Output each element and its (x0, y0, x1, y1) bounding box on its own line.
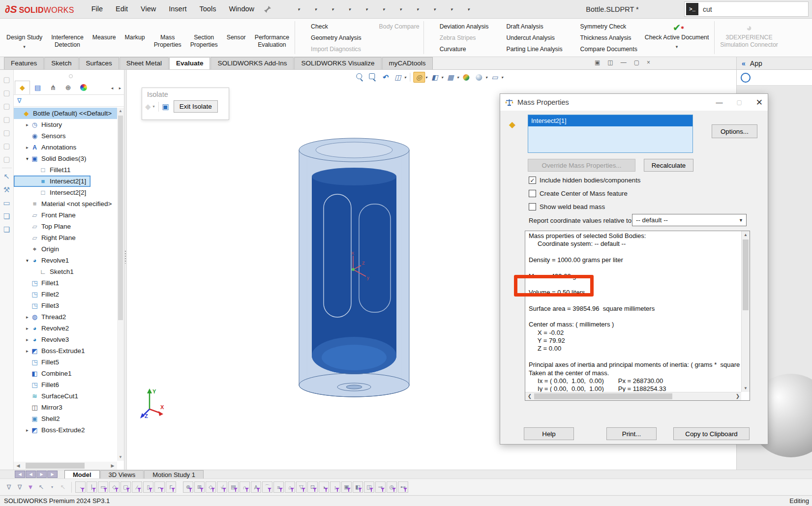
dialog-checkbox[interactable]: Create Center of Mass feature (529, 190, 628, 197)
filter-stack-icon[interactable]: ∇ (15, 482, 25, 493)
tools-icon[interactable]: ⚒ (2, 185, 12, 195)
feature-tree-item[interactable]: Origin (14, 243, 117, 255)
feature-manager-tab[interactable] (45, 81, 60, 94)
select-cursor-icon[interactable]: ↖ (36, 482, 46, 493)
selection-filter-icon[interactable]: ⌒ (262, 481, 272, 493)
scrollbar-thumb[interactable] (534, 393, 672, 399)
feature-tree-item[interactable]: Revolve1 (14, 255, 117, 266)
feature-tree-item[interactable]: Fillet11 (14, 164, 117, 176)
view-settings-icon[interactable] (489, 72, 501, 83)
previous-tab-icon[interactable]: ◀ (26, 471, 36, 478)
layers-icon[interactable]: ❏ (2, 211, 12, 221)
ribbon-button[interactable]: Design Study (2, 19, 47, 57)
window-control-icon[interactable]: — (621, 59, 627, 66)
selection-filter-icon[interactable]: ◇ (206, 481, 216, 493)
chevron-down-icon[interactable]: ▾ (47, 482, 57, 493)
ribbon-menu-item[interactable]: Curvature (428, 44, 489, 54)
zoom-to-fit-icon[interactable] (354, 72, 365, 83)
close-icon[interactable]: ✕ (756, 97, 763, 108)
last-tab-icon[interactable]: ▶ (47, 471, 58, 478)
feature-tree-item[interactable]: Combine1 (14, 368, 117, 379)
feature-tree-item[interactable]: Right Plane (14, 232, 117, 243)
feature-tree-item[interactable]: Fillet5 (14, 357, 117, 368)
ribbon-menu-item[interactable]: Thickness Analysis (569, 33, 637, 42)
ribbon-menu-item[interactable]: Body Compare (367, 22, 420, 31)
selection-filter-icon[interactable]: ⊕ (183, 481, 193, 493)
exit-isolate-button[interactable]: Exit Isolate (174, 100, 218, 113)
expand-arrow-icon[interactable] (24, 258, 30, 263)
checkbox-icon[interactable] (529, 190, 536, 197)
feature-tree-item[interactable]: Revolve2 (14, 323, 117, 334)
feature-tree-item[interactable]: Sensors (14, 130, 117, 142)
command-search-box[interactable]: >_ (684, 1, 809, 17)
feature-tree-item[interactable]: SurfaceCut1 (14, 390, 117, 402)
quick-access-button[interactable] (404, 3, 421, 15)
feature-tree-item[interactable]: Intersect2[2] (14, 187, 117, 198)
view-cube-icon[interactable]: ▢ (2, 75, 12, 85)
tree-horizontal-scrollbar[interactable]: ◀ ▶ (14, 462, 117, 470)
selection-filter-icon[interactable]: ⊷ (398, 481, 408, 493)
scroll-right-icon[interactable]: ❯ (734, 392, 741, 401)
ribbon-menu-item[interactable]: Geometry Analysis (299, 33, 361, 42)
ribbon-tab[interactable]: SOLIDWORKS Add-Ins (211, 57, 294, 69)
minimize-icon[interactable]: — (716, 98, 722, 106)
scrollbar-thumb[interactable] (743, 239, 749, 310)
scroll-right-icon[interactable]: ▶ (109, 462, 116, 470)
menu-item[interactable]: Insert (162, 0, 193, 18)
expand-arrow-icon[interactable] (24, 348, 30, 354)
quick-access-button[interactable] (370, 3, 387, 15)
scrollbar-thumb[interactable] (118, 116, 123, 320)
selection-filter-icon[interactable]: ⊸ (375, 481, 386, 493)
model-view-tab[interactable]: Model (64, 470, 100, 478)
feature-tree-item[interactable]: Solid Bodies(3) (14, 153, 117, 164)
ribbon-button[interactable]: Measure (88, 19, 120, 57)
selection-filter-icon[interactable]: ▽ (296, 481, 306, 493)
scroll-up-icon[interactable]: ▲ (742, 231, 750, 238)
expand-arrow-icon[interactable] (24, 122, 30, 127)
scroll-up-icon[interactable]: ▲ (117, 108, 124, 115)
ribbon-menu-item[interactable]: Import Diagnostics (299, 44, 361, 54)
scroll-down-icon[interactable]: ▼ (742, 385, 750, 392)
isolated-body-icon[interactable]: ◆ (145, 102, 151, 111)
filter-funnel-icon[interactable]: ∇ (4, 482, 14, 493)
section-view-icon[interactable] (392, 72, 404, 83)
view-cube-icon[interactable]: ▢ (2, 154, 12, 164)
quick-access-button[interactable] (336, 3, 353, 15)
edit-appearance-icon[interactable] (460, 72, 472, 83)
quick-access-button[interactable] (353, 3, 369, 15)
options-button[interactable]: Options... (712, 124, 757, 138)
feature-tree-item[interactable]: Fillet3 (14, 300, 117, 311)
feature-tree-item[interactable]: Sketch1 (14, 266, 117, 277)
scroll-down-icon[interactable]: ▼ (117, 454, 124, 461)
maximize-icon[interactable]: ▢ (736, 99, 742, 106)
selection-filter-icon[interactable]: ▭ (98, 481, 108, 493)
feature-manager-tab[interactable] (15, 81, 30, 94)
selection-filter-icon[interactable]: A (251, 481, 261, 493)
selection-filter-icon[interactable]: ◧ (353, 481, 363, 493)
selection-tool-icon[interactable]: ↖ (2, 172, 12, 181)
ribbon-button[interactable]: Interference Detection (47, 19, 88, 57)
feature-manager-tab[interactable] (76, 81, 91, 94)
selection-filter-icon[interactable]: ▤ (228, 481, 239, 493)
selection-filter-icon[interactable]: ◇ (109, 481, 120, 493)
dialog-checkbox[interactable]: Include hidden bodies/components (529, 177, 641, 184)
feature-tree-item[interactable]: Material <not specified> (14, 198, 117, 209)
expand-arrow-icon[interactable] (24, 156, 30, 161)
view-cube-icon[interactable]: ▢ (2, 88, 12, 98)
window-control-icon[interactable]: ◫ (607, 59, 613, 66)
panel-splitter[interactable] (124, 70, 127, 470)
selection-filter-icon[interactable]: ⊞ (194, 481, 205, 493)
zoom-to-area-icon[interactable] (366, 72, 378, 83)
feature-tree-item[interactable]: Thread2 (14, 311, 117, 323)
feature-tree-item[interactable]: Bottle (Default) <<Default> (14, 108, 117, 119)
ribbon-tab[interactable]: Sketch (44, 57, 78, 69)
tree-vertical-scrollbar[interactable]: ▲ ▼ (117, 108, 124, 461)
panel-resize-handle[interactable] (14, 70, 124, 81)
selection-filter-icon[interactable]: ▢ (120, 481, 131, 493)
scroll-left-icon[interactable]: ◀ (15, 462, 22, 470)
selection-filter-icon[interactable]: ▣ (341, 481, 352, 493)
scrollbar-thumb[interactable] (26, 463, 85, 469)
results-vertical-scrollbar[interactable]: ▲ ▼ (741, 231, 750, 392)
view-cube-icon[interactable]: ▢ (2, 128, 12, 138)
ribbon-menu-item[interactable]: Check (299, 22, 361, 31)
